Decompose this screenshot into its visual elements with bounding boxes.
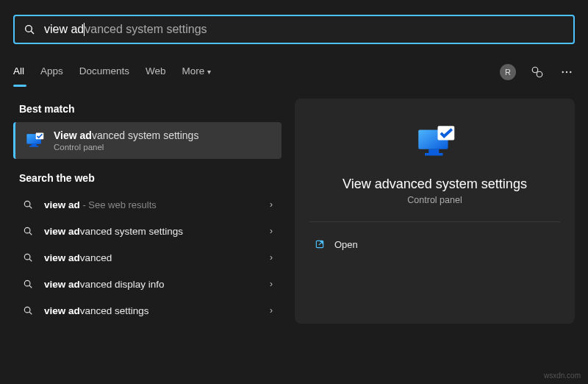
- search-typed-text: view ad: [44, 23, 84, 35]
- search-bar[interactable]: view advanced system settings: [13, 15, 575, 44]
- web-result[interactable]: view advanced settings ›: [13, 297, 282, 324]
- search-icon: [22, 278, 34, 290]
- web-result-label: view advanced settings: [44, 305, 259, 316]
- search-icon: [22, 225, 34, 237]
- best-match-title: View advanced system settings: [54, 129, 198, 141]
- svg-point-18: [24, 280, 30, 286]
- svg-rect-10: [29, 146, 38, 147]
- open-action[interactable]: Open: [309, 232, 560, 256]
- web-result[interactable]: view advanced ›: [13, 244, 282, 271]
- web-result-label: view advanced system settings: [44, 226, 259, 237]
- web-result[interactable]: view advanced system settings ›: [13, 218, 282, 244]
- system-settings-icon: [415, 122, 456, 163]
- more-options-icon[interactable]: [559, 64, 575, 80]
- chevron-right-icon: ›: [270, 279, 273, 289]
- search-icon: [22, 305, 34, 316]
- tab-more-label: More: [182, 65, 205, 77]
- svg-point-12: [24, 201, 30, 207]
- detail-subtitle: Control panel: [407, 195, 462, 205]
- chevron-right-icon: ›: [270, 199, 273, 210]
- best-match-section-label: Best match: [19, 103, 282, 115]
- search-autocomplete: vanced system settings: [85, 23, 207, 35]
- best-match-title-match: View ad: [54, 129, 92, 141]
- svg-point-2: [532, 67, 538, 73]
- svg-point-14: [24, 227, 30, 233]
- open-external-icon: [314, 238, 326, 250]
- chevron-right-icon: ›: [270, 305, 273, 316]
- search-icon: [24, 24, 35, 35]
- svg-point-5: [566, 71, 567, 73]
- svg-line-1: [31, 31, 34, 34]
- svg-line-21: [29, 312, 32, 314]
- svg-point-20: [24, 307, 30, 313]
- results-area: Best match View advanced system settings…: [0, 88, 588, 324]
- svg-point-6: [570, 71, 571, 73]
- watermark: wsxdn.com: [544, 371, 581, 380]
- svg-point-0: [26, 26, 32, 32]
- detail-actions: Open: [309, 232, 560, 256]
- svg-line-13: [29, 206, 32, 208]
- svg-line-15: [29, 232, 32, 235]
- best-match-title-rest: vanced system settings: [92, 129, 199, 141]
- web-result-label: view advanced: [44, 252, 259, 263]
- open-action-label: Open: [334, 239, 358, 250]
- tab-documents[interactable]: Documents: [79, 65, 129, 79]
- web-section-label: Search the web: [19, 172, 282, 184]
- chevron-right-icon: ›: [270, 252, 273, 263]
- chevron-right-icon: ›: [270, 226, 273, 236]
- search-input[interactable]: view advanced system settings: [44, 23, 207, 37]
- scope-tabs: All Apps Documents Web More▾: [13, 65, 211, 79]
- system-settings-icon: [24, 130, 45, 151]
- detail-panel: View advanced system settings Control pa…: [295, 99, 575, 324]
- svg-point-3: [537, 71, 542, 77]
- header-controls: R: [500, 64, 575, 80]
- svg-line-17: [29, 259, 32, 261]
- search-icon: [22, 252, 34, 263]
- tab-more[interactable]: More▾: [182, 65, 212, 79]
- web-result-label: view advanced display info: [44, 279, 259, 290]
- svg-point-16: [24, 254, 30, 260]
- chevron-down-icon: ▾: [207, 68, 211, 76]
- svg-point-4: [562, 71, 564, 73]
- best-match-text: View advanced system settings Control pa…: [54, 129, 198, 152]
- scope-tabs-row: All Apps Documents Web More▾ R: [0, 56, 588, 88]
- svg-rect-9: [32, 143, 37, 146]
- svg-rect-24: [425, 153, 443, 156]
- detail-title: View advanced system settings: [343, 177, 527, 192]
- rewards-icon[interactable]: [529, 64, 545, 80]
- user-avatar[interactable]: R: [500, 64, 516, 80]
- web-result[interactable]: view advanced display info ›: [13, 271, 282, 297]
- search-icon: [22, 199, 34, 210]
- web-result[interactable]: view ad - See web results ›: [13, 191, 282, 218]
- web-result-label: view ad - See web results: [44, 199, 259, 210]
- tab-web[interactable]: Web: [146, 65, 166, 79]
- tab-apps[interactable]: Apps: [40, 65, 63, 79]
- divider: [309, 221, 560, 222]
- best-match-subtitle: Control panel: [54, 143, 198, 152]
- tab-all[interactable]: All: [13, 65, 24, 79]
- results-list: Best match View advanced system settings…: [13, 99, 282, 324]
- svg-rect-23: [429, 149, 439, 153]
- svg-line-19: [29, 285, 32, 288]
- best-match-result[interactable]: View advanced system settings Control pa…: [13, 122, 282, 159]
